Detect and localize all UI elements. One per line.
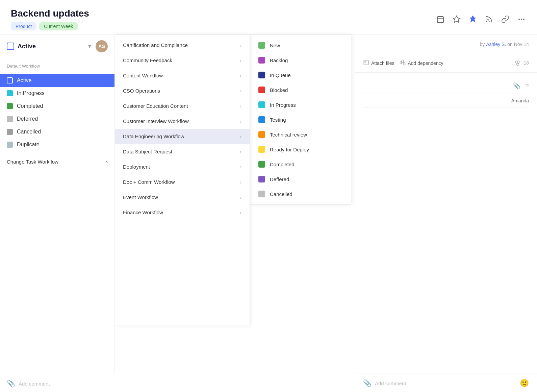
attach-icon <box>363 59 369 67</box>
status-dot-inprogress <box>7 90 13 96</box>
attach-files-label: Attach files <box>371 60 394 66</box>
color-dot-testing <box>258 116 265 123</box>
status-dropdown-arrow[interactable]: ▼ <box>87 43 92 49</box>
workflow-label-4: Customer Education Content <box>123 103 188 109</box>
status-option-deffered[interactable]: Deffered <box>250 172 351 187</box>
status-option-backlog[interactable]: Backlog <box>250 53 351 68</box>
change-workflow-button[interactable]: Change Task Workflow › <box>0 154 114 169</box>
status-item-duplicate[interactable]: Duplicate <box>0 138 114 151</box>
status-option-new[interactable]: New <box>250 38 351 53</box>
workflow-item-4[interactable]: Customer Education Content › <box>115 98 250 114</box>
status-checkbox[interactable] <box>7 43 14 50</box>
status-item-cancelled[interactable]: Cancelled <box>0 125 114 138</box>
task-row-2: Amanda <box>363 94 529 108</box>
status-item-deferred[interactable]: Deferred <box>0 113 114 125</box>
color-dot-blocked <box>258 87 265 93</box>
paperclip-icon-bottom: 📎 <box>363 379 372 387</box>
status-item-completed[interactable]: Completed <box>0 100 114 113</box>
status-label-inprogress: In Progress <box>17 90 45 96</box>
status-option-inqueue[interactable]: In Queue <box>250 68 351 82</box>
star-icon[interactable] <box>452 15 461 24</box>
status-option-label-readydeploy: Ready for Deploy <box>270 147 309 152</box>
main-content: Active ▼ AS Default Workflow Active In P… <box>0 35 537 392</box>
status-label-deferred: Deferred <box>17 116 38 122</box>
workflow-item-5[interactable]: Customer Interview Workflow › <box>115 114 250 129</box>
status-label-active: Active <box>17 77 32 83</box>
task-row-1-icons: 📎 ≡ <box>513 82 529 90</box>
far-right-panel: by Ashley S. on Nov 14 Attach files <box>355 35 537 392</box>
workflow-item-1[interactable]: Community Feedback › <box>115 53 250 68</box>
status-option-label-completed: Completed <box>270 162 295 167</box>
task-assignee: Amanda <box>511 98 529 103</box>
workflow-chevron-2: › <box>240 73 241 78</box>
status-option-blocked[interactable]: Blocked <box>250 82 351 97</box>
comment-placeholder-right[interactable]: Add comment <box>375 381 406 386</box>
header-left: Backend updates Product Current Week <box>11 8 89 30</box>
workflow-item-10[interactable]: Event Workflow › <box>115 190 250 205</box>
status-option-cancelled[interactable]: Cancelled <box>250 187 351 201</box>
status-item-inprogress[interactable]: In Progress <box>0 87 114 100</box>
workflow-section-title: Default Workflow <box>7 64 108 69</box>
dependency-icon <box>400 59 406 67</box>
status-dot-deferred <box>7 116 13 122</box>
pin-icon[interactable] <box>468 15 478 24</box>
status-selector[interactable]: Active ▼ AS <box>0 35 114 58</box>
calendar-icon[interactable] <box>436 15 445 24</box>
header-icons <box>436 15 526 24</box>
workflow-label-9: Doc + Comm Workflow <box>123 179 175 185</box>
status-option-testing[interactable]: Testing <box>250 112 351 127</box>
rss-icon[interactable] <box>484 15 494 24</box>
workflow-item-3[interactable]: CSO Operations › <box>115 83 250 98</box>
link-icon[interactable] <box>501 15 510 24</box>
more-icon[interactable] <box>517 15 526 24</box>
page-container: Backend updates Product Current Week <box>0 0 537 392</box>
color-dot-new <box>258 42 265 49</box>
task-count: 18 <box>514 60 529 67</box>
status-option-techreview[interactable]: Technical review <box>250 127 351 142</box>
status-selector-label: Active <box>18 43 83 50</box>
svg-point-15 <box>515 61 518 63</box>
status-option-label-inprogress: In Progress <box>270 102 296 108</box>
attach-files-button[interactable]: Attach files <box>363 59 394 67</box>
middle-panel: Cartification and Compliance › Community… <box>115 35 250 325</box>
change-workflow-label: Change Task Workflow <box>7 159 58 165</box>
workflow-item-8[interactable]: Deployment › <box>115 159 250 174</box>
workflow-label-11: Finance Workflow <box>123 210 163 215</box>
workflow-item-11[interactable]: Finance Workflow › <box>115 205 250 220</box>
workflow-chevron-6: › <box>240 134 241 139</box>
emoji-icon[interactable]: 🙂 <box>520 379 529 388</box>
status-option-label-inqueue: In Queue <box>270 72 291 78</box>
status-option-label-new: New <box>270 43 280 48</box>
svg-rect-12 <box>400 61 402 64</box>
workflow-label-5: Customer Interview Workflow <box>123 118 189 124</box>
status-option-label-testing: Testing <box>270 117 286 123</box>
workflow-chevron-11: › <box>240 210 241 215</box>
paperclip-icon-row1[interactable]: 📎 <box>513 82 520 90</box>
svg-point-17 <box>516 63 519 66</box>
workflow-item-9[interactable]: Doc + Comm Workflow › <box>115 174 250 190</box>
assignee-link[interactable]: Ashley S. <box>486 42 506 47</box>
add-dependency-button[interactable]: Add dependency <box>400 59 443 67</box>
tag-product[interactable]: Product <box>11 22 36 30</box>
workflow-label-1: Community Feedback <box>123 57 172 63</box>
workflow-chevron-0: › <box>240 43 241 48</box>
comment-placeholder-left[interactable]: Add comment <box>19 381 50 387</box>
workflow-item-6[interactable]: Data Engineering Workflow › <box>115 129 250 144</box>
right-panel: New Backlog In Queue Blocked In Progress… <box>250 35 351 204</box>
color-dot-inprogress <box>258 101 265 108</box>
status-option-completed[interactable]: Completed <box>250 157 351 172</box>
list-icon-row1[interactable]: ≡ <box>525 82 529 90</box>
status-option-readydeploy[interactable]: Ready for Deploy <box>250 142 351 157</box>
workflow-item-7[interactable]: Data Subject Request › <box>115 144 250 159</box>
workflow-item-0[interactable]: Cartification and Compliance › <box>115 38 250 53</box>
comment-left: 📎 Add comment <box>363 379 406 387</box>
workflow-chevron-9: › <box>240 179 241 185</box>
status-option-inprogress[interactable]: In Progress <box>250 97 351 112</box>
tag-current-week[interactable]: Current Week <box>39 22 78 30</box>
avatar: AS <box>96 40 108 52</box>
color-dot-techreview <box>258 131 265 138</box>
status-label-completed: Completed <box>17 103 43 109</box>
workflow-item-2[interactable]: Content Workflow › <box>115 68 250 83</box>
status-item-active[interactable]: Active <box>0 74 114 87</box>
bottom-comment-right: 📎 Add comment 🙂 <box>355 373 537 392</box>
